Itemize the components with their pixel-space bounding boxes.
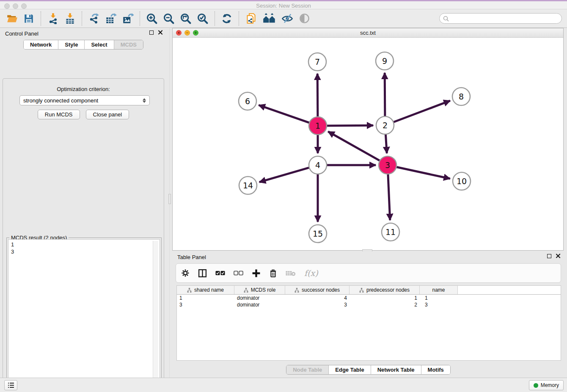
- column-header-name[interactable]: name: [420, 286, 458, 294]
- tab-network-table[interactable]: Network Table: [371, 365, 421, 374]
- table-header-row: shared name MCDS role successor nodes pr…: [177, 286, 561, 295]
- cell-mcds-role[interactable]: dominator: [234, 302, 285, 308]
- tab-style[interactable]: Style: [58, 40, 84, 49]
- column-header-mcds-role[interactable]: MCDS role: [234, 286, 285, 294]
- tab-select[interactable]: Select: [84, 40, 113, 49]
- search-field[interactable]: [439, 13, 562, 24]
- import-network-icon[interactable]: [47, 12, 59, 25]
- run-mcds-button[interactable]: Run MCDS: [38, 110, 80, 119]
- header-filler: [458, 286, 561, 294]
- criterion-dropdown[interactable]: strongly connected component: [19, 95, 150, 105]
- column-header-successor-nodes[interactable]: successor nodes: [285, 286, 350, 294]
- network-view-window: × – + scc.txt 7968124314101511: [172, 28, 564, 251]
- zoom-out-icon[interactable]: [162, 12, 175, 25]
- cell-mcds-role[interactable]: dominator: [234, 295, 285, 301]
- cell-predecessor-nodes[interactable]: 2: [350, 302, 420, 308]
- graph-edge-3-11[interactable]: [388, 173, 390, 220]
- graph-edge-2-8[interactable]: [393, 101, 450, 122]
- open-session-icon[interactable]: [6, 12, 18, 25]
- network-canvas[interactable]: 7968124314101511: [173, 38, 563, 250]
- cell-successor-nodes[interactable]: 3: [285, 302, 350, 308]
- graph-edge-2-3[interactable]: [385, 133, 387, 153]
- clone-network-icon[interactable]: [245, 12, 257, 25]
- network-window-titlebar[interactable]: × – + scc.txt: [173, 28, 563, 38]
- mcds-panel: Optimization criterion: strongly connect…: [3, 78, 164, 392]
- close-panel-icon[interactable]: [158, 30, 162, 35]
- export-table-icon[interactable]: [105, 12, 117, 25]
- export-image-icon[interactable]: [121, 12, 134, 25]
- table-panel-title: Table Panel: [177, 254, 206, 260]
- control-panel-header: Control Panel: [0, 28, 167, 39]
- float-table-panel-icon[interactable]: [547, 254, 551, 258]
- column-header-predecessor-nodes[interactable]: predecessor nodes: [350, 286, 420, 294]
- tab-mcds[interactable]: MCDS: [114, 40, 143, 49]
- tab-motifs[interactable]: Motifs: [421, 365, 450, 374]
- graph-edge-1-2[interactable]: [326, 125, 373, 126]
- result-line: 3: [11, 248, 157, 255]
- cell-predecessor-nodes[interactable]: 1: [350, 295, 420, 301]
- graph-node-label-6: 6: [245, 97, 250, 106]
- table-settings-icon[interactable]: [181, 269, 190, 277]
- control-panel-tabs: Network Style Select MCDS: [23, 40, 143, 50]
- table-row[interactable]: 1 dominator 4 1 1: [177, 295, 561, 301]
- graph-node-label-1: 1: [315, 121, 320, 130]
- table-row[interactable]: 3 dominator 3 2 3: [177, 301, 561, 308]
- split-panel-icon[interactable]: [198, 269, 207, 278]
- graph-edge-2-9[interactable]: [385, 73, 385, 117]
- export-network-icon[interactable]: [88, 12, 100, 25]
- mcds-result-group: MCDS result (2 nodes) 1 3: [6, 237, 162, 392]
- toolbar-separator: [140, 11, 140, 26]
- graph-node-label-3: 3: [385, 160, 390, 170]
- cell-name[interactable]: 3: [420, 302, 458, 308]
- memory-label: Memory: [541, 382, 559, 388]
- graph-edge-1-6[interactable]: [259, 105, 310, 123]
- graph-node-label-15: 15: [313, 229, 323, 238]
- node-table[interactable]: shared name MCDS role successor nodes pr…: [176, 285, 561, 361]
- cell-successor-nodes[interactable]: 4: [285, 295, 350, 301]
- select-all-columns-icon[interactable]: [215, 271, 225, 276]
- cell-shared-name[interactable]: 3: [177, 302, 234, 308]
- unselect-all-columns-icon[interactable]: [234, 271, 243, 276]
- zoom-in-icon[interactable]: [146, 12, 158, 25]
- tab-edge-table[interactable]: Edge Table: [328, 365, 370, 374]
- vertical-splitter-handle[interactable]: [168, 194, 171, 204]
- graph-edge-1-7[interactable]: [317, 74, 318, 118]
- float-panel-icon[interactable]: [149, 30, 154, 35]
- search-icon: [443, 16, 449, 22]
- tab-network[interactable]: Network: [24, 40, 58, 49]
- memory-button[interactable]: Memory: [529, 380, 564, 390]
- column-header-shared-name[interactable]: shared name: [177, 286, 234, 294]
- first-neighbors-icon[interactable]: [261, 12, 277, 25]
- tab-node-table[interactable]: Node Table: [286, 365, 328, 374]
- show-all-icon: [298, 12, 311, 25]
- task-history-button[interactable]: [4, 380, 17, 390]
- apply-layout-icon[interactable]: [220, 12, 233, 25]
- hide-selected-icon[interactable]: [281, 12, 294, 25]
- delete-column-icon[interactable]: [269, 269, 277, 278]
- graph-edge-4-14[interactable]: [259, 167, 310, 182]
- cell-shared-name[interactable]: 1: [177, 295, 234, 301]
- graph-node-label-4: 4: [315, 160, 320, 170]
- cell-name[interactable]: 1: [420, 295, 458, 301]
- status-bar: Memory: [0, 378, 567, 392]
- search-input[interactable]: [451, 16, 558, 22]
- column-type-icon: [295, 288, 299, 293]
- table-panel-header: Table Panel: [172, 251, 564, 262]
- network-window-title: scc.txt: [173, 30, 563, 36]
- result-scrollbar[interactable]: [153, 241, 158, 392]
- zoom-fit-icon[interactable]: [179, 12, 192, 25]
- main-toolbar: [0, 9, 567, 28]
- table-toolbar: f(x): [176, 263, 561, 283]
- close-table-panel-icon[interactable]: [556, 254, 560, 258]
- save-session-icon[interactable]: [22, 12, 35, 25]
- add-column-icon[interactable]: [252, 269, 261, 278]
- window-title: Session: New Session: [0, 3, 567, 9]
- mcds-result-list[interactable]: 1 3: [8, 239, 160, 392]
- import-table-icon[interactable]: [63, 12, 76, 25]
- toolbar-separator: [82, 11, 82, 26]
- zoom-selected-icon[interactable]: [196, 12, 209, 25]
- graph-edge-3-1[interactable]: [328, 132, 380, 161]
- close-panel-button[interactable]: Close panel: [86, 110, 129, 119]
- graph-edge-3-10[interactable]: [396, 167, 450, 179]
- title-bar: Session: New Session: [0, 0, 567, 9]
